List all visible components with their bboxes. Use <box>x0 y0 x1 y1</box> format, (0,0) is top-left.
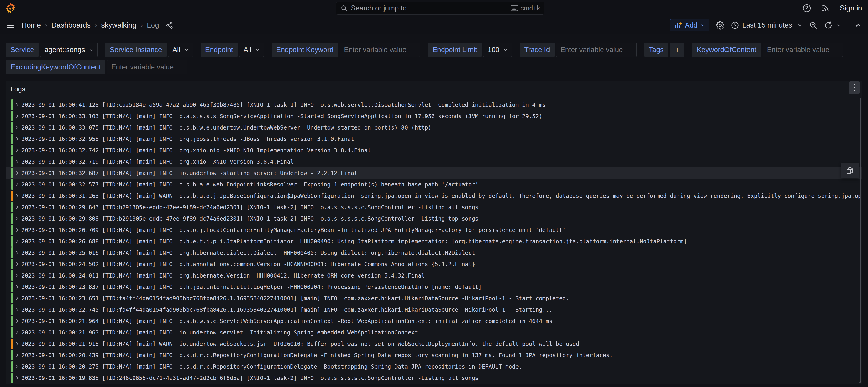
filter-input[interactable] <box>556 43 637 57</box>
dashboard-settings-button[interactable] <box>716 21 724 30</box>
log-row[interactable]: 2023-09-01 16:00:32.719 [TID:N/A] [main]… <box>6 156 862 167</box>
add-tag-button[interactable]: + <box>670 43 684 57</box>
expand-log-chevron-icon[interactable] <box>15 285 19 289</box>
log-row[interactable]: 2023-09-01 16:00:25.016 [TID:N/A] [main]… <box>6 247 862 258</box>
logs-scrollbar[interactable] <box>860 98 861 382</box>
log-row[interactable]: 2023-09-01 16:00:22.745 [TID:fa4ff44da01… <box>6 304 862 315</box>
share-icon <box>165 21 174 29</box>
log-row[interactable]: 2023-09-01 16:00:24.502 [TID:N/A] [main]… <box>6 258 862 270</box>
expand-log-chevron-icon[interactable] <box>15 114 19 118</box>
log-row[interactable]: 2023-09-01 16:00:20.439 [TID:N/A] [main]… <box>6 349 862 361</box>
chevron-down-icon <box>503 47 508 52</box>
expand-log-chevron-icon[interactable] <box>15 330 19 335</box>
log-row[interactable]: 2023-09-01 16:00:23.837 [TID:N/A] [main]… <box>6 281 862 293</box>
help-button[interactable] <box>802 4 811 12</box>
grafana-logo[interactable] <box>6 3 16 13</box>
variable-filters: Serviceagent::songsService InstanceAllEn… <box>0 34 868 74</box>
breadcrumb-item-dashboards[interactable]: Dashboards <box>51 21 91 29</box>
news-button[interactable] <box>821 4 830 12</box>
log-row[interactable]: 2023-09-01 16:00:19.835 [TID:246c9655-dc… <box>6 372 862 384</box>
log-row[interactable]: 2023-09-01 16:00:31.263 [TID:N/A] [main]… <box>6 190 862 201</box>
refresh-icon <box>824 21 833 30</box>
log-row[interactable]: 2023-09-01 16:00:33.103 [TID:N/A] [main]… <box>6 110 862 122</box>
expand-log-chevron-icon[interactable] <box>15 137 19 141</box>
filter-input[interactable] <box>107 60 187 74</box>
chevron-down-icon <box>89 47 94 52</box>
expand-log-chevron-icon[interactable] <box>15 376 19 380</box>
log-row[interactable]: 2023-09-01 16:00:41.128 [TID:ca25184e-a5… <box>6 99 862 110</box>
zoom-out-time-button[interactable] <box>809 21 818 30</box>
log-row[interactable]: 2023-09-01 16:00:33.075 [TID:N/A] [main]… <box>6 122 862 133</box>
time-range-picker[interactable]: Last 15 minutes <box>731 21 803 29</box>
breadcrumb-item-skywalking[interactable]: skywalking <box>101 21 136 29</box>
filter-selected-value: All <box>244 46 251 54</box>
log-row[interactable]: 2023-09-01 16:00:32.958 [TID:N/A] [main]… <box>6 133 862 144</box>
panel-menu-button[interactable] <box>849 82 860 94</box>
log-line-text: 2023-09-01 16:00:23.651 [TID:fa4ff44da01… <box>22 295 569 302</box>
filter-select[interactable]: All <box>239 43 264 57</box>
expand-log-chevron-icon[interactable] <box>15 319 19 323</box>
expand-log-chevron-icon[interactable] <box>15 148 19 153</box>
add-panel-button[interactable]: Add <box>670 19 709 31</box>
filter-input[interactable] <box>763 43 843 57</box>
log-row[interactable]: 2023-09-01 16:00:21.963 [TID:N/A] [main]… <box>6 327 862 338</box>
log-row[interactable]: 2023-09-01 16:00:20.275 [TID:N/A] [main]… <box>6 361 862 372</box>
filter-select[interactable]: agent::songs <box>40 43 97 57</box>
filter-group-endpoint-keyword: Endpoint Keyword <box>272 43 420 57</box>
share-dashboard-button[interactable] <box>165 21 174 29</box>
breadcrumb-item-log[interactable]: Log <box>147 21 159 29</box>
expand-log-chevron-icon[interactable] <box>15 250 19 255</box>
log-line-text: 2023-09-01 16:00:29.808 [TID:b291305e-ed… <box>22 215 478 222</box>
expand-log-chevron-icon[interactable] <box>15 353 19 357</box>
log-line-text: 2023-09-01 16:00:21.964 [TID:N/A] [main]… <box>22 318 553 324</box>
expand-log-chevron-icon[interactable] <box>15 182 19 187</box>
log-level-indicator-info <box>11 145 13 156</box>
log-row[interactable]: 2023-09-01 16:00:29.843 [TID:b291305e-ed… <box>6 201 862 213</box>
expand-log-chevron-icon[interactable] <box>15 216 19 221</box>
log-level-indicator-info <box>11 111 13 121</box>
expand-log-chevron-icon[interactable] <box>15 239 19 244</box>
expand-log-chevron-icon[interactable] <box>15 307 19 312</box>
log-row[interactable]: 2023-09-01 16:00:21.915 [TID:N/A] [main]… <box>6 338 862 349</box>
expand-log-chevron-icon[interactable] <box>15 364 19 369</box>
filter-input[interactable] <box>340 43 420 57</box>
log-row[interactable]: 2023-09-01 16:00:24.011 [TID:N/A] [main]… <box>6 270 862 281</box>
log-row[interactable]: 2023-09-01 16:00:32.687 [TID:N/A] [main]… <box>6 167 862 179</box>
filter-select[interactable]: All <box>168 43 193 57</box>
logs-panel-header[interactable]: Logs <box>6 81 862 97</box>
log-level-indicator-info <box>11 236 13 247</box>
collapse-topbar-button[interactable] <box>854 22 862 29</box>
filter-select[interactable]: 100 <box>483 43 512 57</box>
top-navigation-bar: Search or jump to... cmd+k <box>0 0 868 17</box>
filter-group-keywordofcontent: KeywordOfContent <box>692 43 843 57</box>
copy-log-line-button[interactable] <box>841 163 859 179</box>
log-row[interactable]: 2023-09-01 16:00:23.651 [TID:fa4ff44da01… <box>6 293 862 304</box>
expand-log-chevron-icon[interactable] <box>15 342 19 346</box>
chevron-down-icon <box>184 47 189 52</box>
expand-log-chevron-icon[interactable] <box>15 193 19 198</box>
log-level-indicator-info <box>11 304 13 315</box>
log-row[interactable]: 2023-09-01 16:00:32.742 [TID:N/A] [main]… <box>6 144 862 156</box>
expand-log-chevron-icon[interactable] <box>15 273 19 278</box>
expand-log-chevron-icon[interactable] <box>15 228 19 232</box>
expand-log-chevron-icon[interactable] <box>15 262 19 266</box>
log-row[interactable]: 2023-09-01 16:00:29.808 [TID:b291305e-ed… <box>6 213 862 224</box>
sign-in-button[interactable]: Sign in <box>840 4 862 12</box>
expand-log-chevron-icon[interactable] <box>15 102 19 107</box>
refresh-button[interactable] <box>824 21 841 30</box>
log-row[interactable]: 2023-09-01 16:00:26.688 [TID:N/A] [main]… <box>6 236 862 247</box>
log-row[interactable]: 2023-09-01 16:00:32.577 [TID:N/A] [main]… <box>6 179 862 190</box>
expand-log-chevron-icon[interactable] <box>15 159 19 164</box>
expand-log-chevron-icon[interactable] <box>15 171 19 175</box>
breadcrumb-item-home[interactable]: Home <box>22 21 41 29</box>
menu-toggle-button[interactable] <box>6 21 15 30</box>
panel-resize-handle[interactable] <box>858 380 861 383</box>
search-input[interactable]: Search or jump to... cmd+k <box>336 2 545 14</box>
expand-log-chevron-icon[interactable] <box>15 205 19 209</box>
toolbar-divider <box>848 20 848 30</box>
log-row[interactable]: 2023-09-01 16:00:21.964 [TID:N/A] [main]… <box>6 315 862 327</box>
expand-log-chevron-icon[interactable] <box>15 125 19 130</box>
expand-log-chevron-icon[interactable] <box>15 296 19 300</box>
log-row[interactable]: 2023-09-01 16:00:26.709 [TID:N/A] [main]… <box>6 224 862 236</box>
breadcrumb-separator-icon: › <box>45 22 47 29</box>
